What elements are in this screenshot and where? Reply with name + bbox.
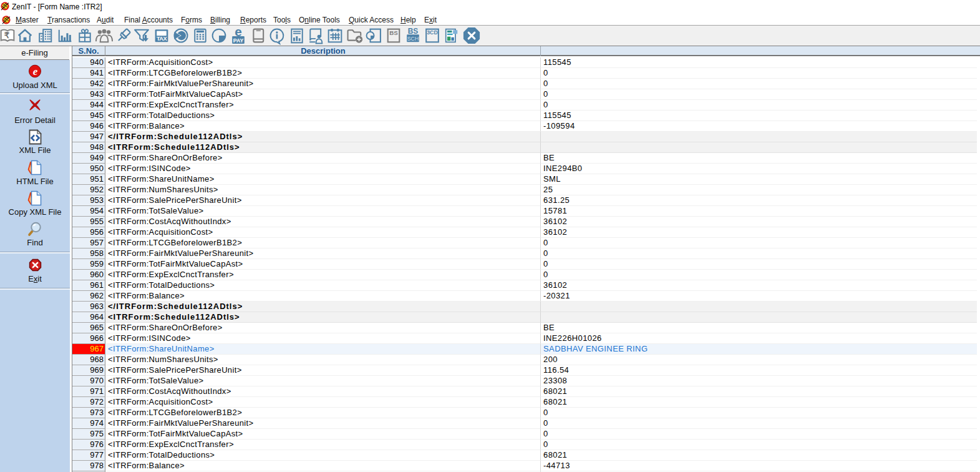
svg-text:₹: ₹ — [4, 31, 10, 40]
svg-text:e: e — [33, 66, 38, 77]
svg-text:BS: BS — [389, 29, 398, 36]
svg-text:BS: BS — [408, 27, 419, 36]
svg-text:SCH: SCH — [407, 36, 419, 42]
svg-text:PAY: PAY — [233, 37, 244, 44]
svg-text:TAX: TAX — [157, 36, 168, 42]
svg-text:3CD: 3CD — [427, 29, 437, 36]
